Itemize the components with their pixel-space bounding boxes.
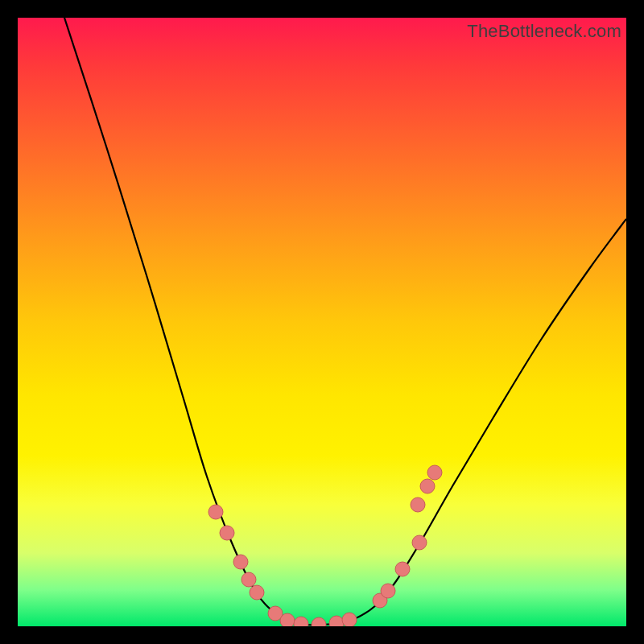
curve-marker [242, 572, 256, 587]
curve-marker [233, 555, 248, 569]
curve-marker [381, 584, 395, 598]
curve-marker [280, 613, 295, 626]
curve-marker [395, 562, 410, 576]
plot-area: TheBottleneck.com [18, 18, 626, 626]
curve-marker [412, 535, 427, 550]
curve-marker [411, 497, 425, 512]
curve-marker [208, 505, 223, 519]
curve-marker [312, 617, 326, 626]
curve-marker [420, 479, 435, 493]
curve-marker [250, 585, 264, 600]
curve-marker [329, 616, 344, 626]
curve-marker [427, 465, 442, 480]
curve-marker [342, 613, 357, 626]
curve-marker [220, 526, 234, 540]
curve-layer [18, 18, 626, 626]
bottleneck-curve [64, 18, 626, 625]
outer-frame: TheBottleneck.com [0, 0, 644, 644]
curve-marker [294, 617, 308, 626]
curve-markers [208, 465, 442, 626]
